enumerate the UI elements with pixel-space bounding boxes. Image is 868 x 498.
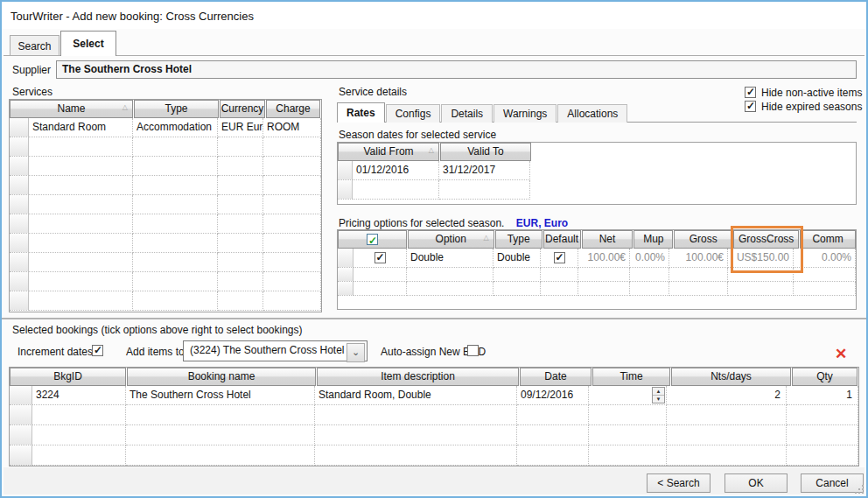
cell-valid-to[interactable]: 31/12/2017 xyxy=(439,161,530,180)
empty-row[interactable] xyxy=(10,176,321,195)
empty-row[interactable] xyxy=(338,282,856,296)
empty-row[interactable] xyxy=(10,214,321,234)
empty-row[interactable] xyxy=(10,137,321,157)
services-row[interactable]: Standard Room Accommodation EUR Euro ROO… xyxy=(10,118,321,137)
detail-tabs: Rates Configs Details Warnings Allocatio… xyxy=(337,102,628,123)
cell-date[interactable]: 09/12/2016 xyxy=(517,386,589,405)
cell-type[interactable]: Accommodation xyxy=(133,118,218,137)
bookings-header-row: BkgID Booking name Item description Date… xyxy=(10,368,858,386)
cell-default[interactable] xyxy=(541,249,578,268)
cell-time[interactable]: ▲ ▼ xyxy=(589,386,667,405)
spinner-down-icon[interactable]: ▼ xyxy=(653,396,664,403)
increment-dates-checkbox[interactable] xyxy=(92,345,103,356)
services-col-type[interactable]: Type xyxy=(134,100,219,118)
cell-type[interactable]: Double xyxy=(494,249,541,268)
ok-button[interactable]: OK xyxy=(724,473,788,493)
spinner-up-icon[interactable]: ▲ xyxy=(653,388,664,396)
pricing-col-option[interactable]: Option△ xyxy=(408,230,494,249)
empty-row[interactable] xyxy=(10,445,858,466)
cell-mup[interactable]: 0.00% xyxy=(630,249,669,268)
select-all-checkbox[interactable] xyxy=(367,234,378,245)
bookings-col-item-description[interactable]: Item description xyxy=(317,368,519,386)
pricing-col-mup[interactable]: Mup xyxy=(634,230,673,249)
tab-select[interactable]: Select xyxy=(60,31,116,56)
pricing-col-select-all[interactable] xyxy=(338,230,407,249)
empty-row[interactable] xyxy=(10,195,321,214)
cell-comm[interactable]: 0.00% xyxy=(794,249,856,268)
cell xyxy=(541,282,578,296)
cell-bkgid[interactable]: 3224 xyxy=(32,386,126,405)
pricing-col-grosscross[interactable]: GrossCross xyxy=(733,230,799,249)
cell-valid-from[interactable]: 01/12/2016 xyxy=(353,161,439,180)
bookings-col-booking-name[interactable]: Booking name xyxy=(127,368,316,386)
row-selector[interactable] xyxy=(338,161,353,180)
seasons-col-valid-to[interactable]: Valid To xyxy=(440,143,531,161)
empty-row[interactable] xyxy=(10,272,321,291)
row-selector xyxy=(10,253,29,272)
cell xyxy=(439,180,530,200)
supplier-field[interactable]: The Southern Cross Hotel xyxy=(56,60,857,79)
bookings-col-bkgid[interactable]: BkgID xyxy=(10,368,126,386)
tab-search[interactable]: Search xyxy=(10,35,60,56)
seasons-col-valid-from[interactable]: Valid From△ xyxy=(338,143,439,161)
cell-option[interactable]: Double xyxy=(407,249,494,268)
auto-assign-checkbox[interactable] xyxy=(467,345,479,356)
hide-non-active-checkbox[interactable] xyxy=(745,87,756,98)
hide-expired-checkbox[interactable] xyxy=(745,101,756,112)
pricing-col-gross[interactable]: Gross xyxy=(674,230,732,249)
cell-qty[interactable]: 1 xyxy=(787,386,858,405)
cell xyxy=(263,234,321,253)
services-col-name[interactable]: Name△ xyxy=(10,100,133,118)
empty-row[interactable] xyxy=(338,180,856,200)
pricing-row[interactable]: Double Double 100.00€ 0.00% 100.00€ US$1… xyxy=(338,249,856,268)
delete-icon[interactable]: ✕ xyxy=(835,345,847,363)
services-col-charge[interactable]: Charge xyxy=(266,100,320,118)
cell-nts-days[interactable]: 2 xyxy=(667,386,787,405)
empty-row[interactable] xyxy=(10,291,321,311)
row-selector xyxy=(10,137,29,157)
col-label: Name xyxy=(57,102,85,115)
back-to-search-button[interactable]: < Search xyxy=(647,473,710,493)
tab-configs[interactable]: Configs xyxy=(386,104,441,123)
booking-row[interactable]: 3224 The Southern Cross Hotel Standard R… xyxy=(10,386,858,405)
sort-asc-icon: △ xyxy=(484,235,489,242)
season-row[interactable]: 01/12/2016 31/12/2017 xyxy=(338,161,856,180)
cell-booking-name[interactable]: The Southern Cross Hotel xyxy=(126,386,315,405)
cell-currency[interactable]: EUR Euro xyxy=(218,118,263,137)
pricing-col-type[interactable]: Type xyxy=(495,230,542,249)
tab-allocations[interactable]: Allocations xyxy=(557,104,627,123)
bookings-col-nts-days[interactable]: Nts/days xyxy=(671,368,791,386)
cell-name[interactable]: Standard Room xyxy=(29,118,133,137)
empty-row[interactable] xyxy=(10,425,858,445)
empty-row[interactable] xyxy=(10,405,858,425)
default-checkbox[interactable] xyxy=(554,252,565,263)
cell-charge[interactable]: ROOM xyxy=(263,118,321,137)
empty-row[interactable] xyxy=(338,268,856,282)
empty-row[interactable] xyxy=(10,234,321,253)
bookings-col-date[interactable]: Date xyxy=(520,368,592,386)
cell-gross[interactable]: 100.00€ xyxy=(669,249,728,268)
cell-grosscross[interactable]: US$150.00 xyxy=(728,249,794,268)
chevron-down-icon[interactable]: ⌄ xyxy=(346,343,365,362)
services-col-currency[interactable]: Currency xyxy=(220,100,265,118)
cell-net[interactable]: 100.00€ xyxy=(578,249,630,268)
cell-selected[interactable] xyxy=(354,249,407,268)
resize-grip[interactable] xyxy=(855,485,864,494)
pricing-col-default[interactable]: Default xyxy=(543,230,581,249)
tab-details[interactable]: Details xyxy=(441,104,493,123)
bookings-col-time[interactable]: Time xyxy=(592,368,670,386)
tab-warnings[interactable]: Warnings xyxy=(494,104,556,123)
pricing-grid: Option△ Type Default Net Mup Gross Gross… xyxy=(337,229,857,310)
bookings-col-qty[interactable]: Qty xyxy=(792,368,858,386)
pricing-col-net[interactable]: Net xyxy=(582,230,634,249)
tab-rates[interactable]: Rates xyxy=(337,102,385,123)
add-items-to-combobox[interactable]: (3224) The Southern Cross Hotel ⌄ xyxy=(183,340,368,361)
row-selector[interactable] xyxy=(10,386,32,405)
row-selector[interactable] xyxy=(338,249,354,268)
cell-item-description[interactable]: Standard Room, Double xyxy=(315,386,517,405)
empty-row[interactable] xyxy=(10,157,321,176)
empty-row[interactable] xyxy=(10,253,321,272)
row-selector[interactable] xyxy=(10,118,29,137)
pricing-col-comm[interactable]: Comm xyxy=(800,230,856,249)
row-select-checkbox[interactable] xyxy=(374,252,386,263)
